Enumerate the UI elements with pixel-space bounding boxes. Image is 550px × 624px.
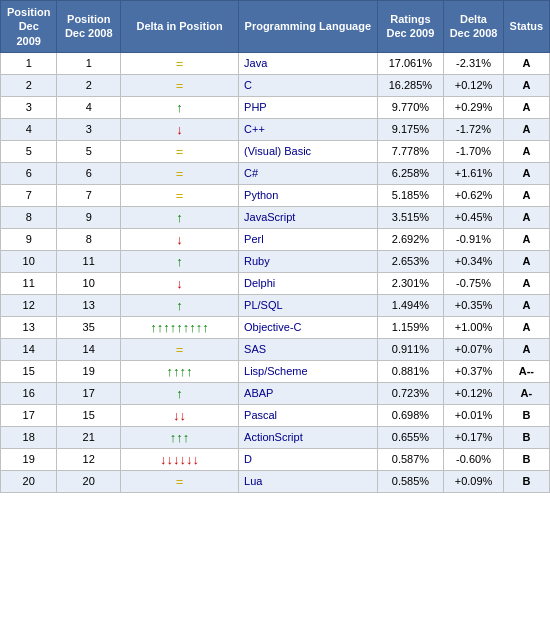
position-2008: 3 <box>57 118 121 140</box>
language-name: Ruby <box>239 250 378 272</box>
delta-position: = <box>121 140 239 162</box>
delta-2008: +0.29% <box>444 96 504 118</box>
language-name: PHP <box>239 96 378 118</box>
column-header-4: RatingsDec 2009 <box>377 1 444 53</box>
delta-2008: +1.61% <box>444 162 504 184</box>
delta-2008: +0.45% <box>444 206 504 228</box>
rating-value: 1.494% <box>377 294 444 316</box>
delta-2008: +0.01% <box>444 404 504 426</box>
position-2008: 1 <box>57 52 121 74</box>
language-name: Objective-C <box>239 316 378 338</box>
language-name: Pascal <box>239 404 378 426</box>
table-row: 89↑JavaScript3.515%+0.45%A <box>1 206 550 228</box>
delta-2008: -0.75% <box>444 272 504 294</box>
status-badge: B <box>503 404 549 426</box>
position-2009: 1 <box>1 52 57 74</box>
position-2008: 19 <box>57 360 121 382</box>
position-2008: 20 <box>57 470 121 492</box>
delta-2008: -2.31% <box>444 52 504 74</box>
position-2008: 13 <box>57 294 121 316</box>
delta-2008: +0.09% <box>444 470 504 492</box>
delta-position: ↑ <box>121 206 239 228</box>
rating-value: 0.911% <box>377 338 444 360</box>
rating-value: 9.770% <box>377 96 444 118</box>
delta-position: ↓ <box>121 228 239 250</box>
rating-value: 0.723% <box>377 382 444 404</box>
position-2008: 15 <box>57 404 121 426</box>
delta-2008: +1.00% <box>444 316 504 338</box>
status-badge: A- <box>503 382 549 404</box>
delta-2008: -1.72% <box>444 118 504 140</box>
position-2008: 5 <box>57 140 121 162</box>
position-2009: 2 <box>1 74 57 96</box>
rating-value: 7.778% <box>377 140 444 162</box>
status-badge: A <box>503 206 549 228</box>
table-row: 43↓C++9.175%-1.72%A <box>1 118 550 140</box>
status-badge: A <box>503 250 549 272</box>
language-name: Java <box>239 52 378 74</box>
delta-2008: -0.91% <box>444 228 504 250</box>
position-2008: 8 <box>57 228 121 250</box>
delta-2008: +0.35% <box>444 294 504 316</box>
position-2009: 5 <box>1 140 57 162</box>
rating-value: 0.655% <box>377 426 444 448</box>
status-badge: A <box>503 316 549 338</box>
status-badge: A <box>503 140 549 162</box>
position-2008: 17 <box>57 382 121 404</box>
rating-value: 2.692% <box>377 228 444 250</box>
column-header-6: Status <box>503 1 549 53</box>
language-name: Lisp/Scheme <box>239 360 378 382</box>
rating-value: 17.061% <box>377 52 444 74</box>
table-row: 22=C16.285%+0.12%A <box>1 74 550 96</box>
rating-value: 2.301% <box>377 272 444 294</box>
delta-position: = <box>121 52 239 74</box>
position-2009: 20 <box>1 470 57 492</box>
delta-2008: +0.34% <box>444 250 504 272</box>
rating-value: 5.185% <box>377 184 444 206</box>
position-2008: 12 <box>57 448 121 470</box>
position-2009: 16 <box>1 382 57 404</box>
delta-2008: -0.60% <box>444 448 504 470</box>
position-2008: 9 <box>57 206 121 228</box>
position-2009: 8 <box>1 206 57 228</box>
language-name: ActionScript <box>239 426 378 448</box>
delta-position: ↑↑↑ <box>121 426 239 448</box>
rating-value: 0.698% <box>377 404 444 426</box>
column-header-5: DeltaDec 2008 <box>444 1 504 53</box>
rating-value: 0.585% <box>377 470 444 492</box>
column-header-3: Programming Language <box>239 1 378 53</box>
table-row: 1821↑↑↑ActionScript0.655%+0.17%B <box>1 426 550 448</box>
language-name: ABAP <box>239 382 378 404</box>
language-name: Python <box>239 184 378 206</box>
delta-2008: +0.62% <box>444 184 504 206</box>
column-header-0: PositionDec 2009 <box>1 1 57 53</box>
status-badge: A <box>503 294 549 316</box>
delta-position: = <box>121 184 239 206</box>
position-2009: 9 <box>1 228 57 250</box>
status-badge: B <box>503 470 549 492</box>
position-2008: 4 <box>57 96 121 118</box>
delta-position: ↓↓↓↓↓↓ <box>121 448 239 470</box>
table-row: 55=(Visual) Basic7.778%-1.70%A <box>1 140 550 162</box>
language-name: Perl <box>239 228 378 250</box>
position-2009: 15 <box>1 360 57 382</box>
status-badge: A <box>503 118 549 140</box>
position-2009: 7 <box>1 184 57 206</box>
delta-position: ↑ <box>121 96 239 118</box>
language-name: PL/SQL <box>239 294 378 316</box>
language-name: Delphi <box>239 272 378 294</box>
language-name: Lua <box>239 470 378 492</box>
delta-position: = <box>121 470 239 492</box>
rating-value: 1.159% <box>377 316 444 338</box>
rating-value: 16.285% <box>377 74 444 96</box>
table-row: 1912↓↓↓↓↓↓D0.587%-0.60%B <box>1 448 550 470</box>
table-row: 1519↑↑↑↑Lisp/Scheme0.881%+0.37%A-- <box>1 360 550 382</box>
status-badge: A-- <box>503 360 549 382</box>
status-badge: A <box>503 184 549 206</box>
delta-2008: -1.70% <box>444 140 504 162</box>
table-row: 77=Python5.185%+0.62%A <box>1 184 550 206</box>
table-row: 98↓Perl2.692%-0.91%A <box>1 228 550 250</box>
delta-2008: +0.07% <box>444 338 504 360</box>
position-2009: 18 <box>1 426 57 448</box>
delta-position: ↓↓ <box>121 404 239 426</box>
